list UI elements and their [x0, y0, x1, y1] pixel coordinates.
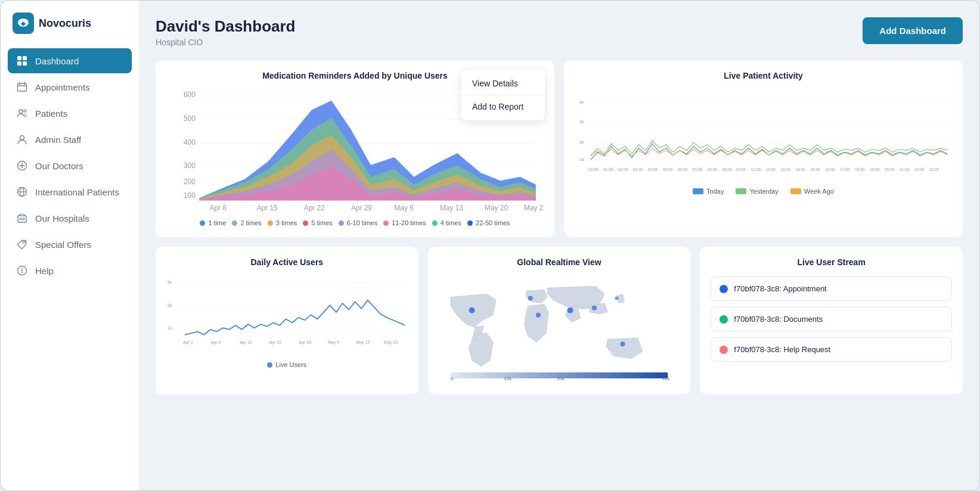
sidebar-item-international-patients[interactable]: International Patients: [8, 179, 132, 204]
svg-point-28: [21, 268, 23, 269]
stream-dot-appointment: [720, 285, 728, 293]
svg-text:03:00: 03:00: [633, 167, 643, 172]
svg-point-105: [615, 296, 618, 300]
stream-label-appointment: f70bf078-3c8: Appointment: [734, 284, 826, 293]
svg-point-100: [469, 307, 475, 313]
legend-week-ago: Week Ago: [790, 188, 834, 195]
svg-text:4k: 4k: [579, 100, 584, 105]
legend-dot-3times: [268, 220, 273, 226]
stream-list: f70bf078-3c8: Appointment f70bf078-3c8: …: [711, 276, 952, 362]
svg-rect-23: [20, 218, 21, 220]
sidebar-label-international-patients: International Patients: [35, 187, 119, 197]
add-dashboard-button[interactable]: Add Dashboard: [863, 17, 963, 44]
svg-text:02:00: 02:00: [618, 167, 628, 172]
svg-text:15:00: 15:00: [810, 167, 820, 172]
svg-text:Apr 1: Apr 1: [183, 340, 193, 345]
legend-1time: 1 time: [200, 219, 226, 226]
sidebar-item-help[interactable]: Help: [8, 258, 132, 283]
legend-11-20times: 11-20 times: [383, 219, 426, 226]
sidebar-item-our-doctors[interactable]: Our Doctors: [8, 153, 132, 178]
sidebar: Novocuris Dashboard: [1, 1, 139, 490]
svg-text:13:00: 13:00: [780, 167, 790, 172]
legend-yesterday: Yesterday: [736, 188, 779, 195]
svg-text:May 20: May 20: [384, 340, 398, 345]
main-header: David's Dashboard Hospital CIO Add Dashb…: [156, 17, 963, 47]
legend-dot-2times: [232, 220, 237, 226]
logo-text: Novocuris: [39, 17, 91, 30]
bottom-row: Daily Active Users 3k 2k 1k Apr 1 Apr 8 …: [156, 247, 963, 394]
legend-swatch-today: [693, 188, 703, 194]
sidebar-item-appointments[interactable]: Appointments: [8, 74, 132, 100]
svg-text:2k: 2k: [579, 139, 584, 145]
live-user-stream-card: Live User Stream f70bf078-3c8: Appointme…: [700, 247, 963, 394]
svg-text:0: 0: [451, 376, 454, 381]
legend-dot-11-20times: [383, 220, 389, 226]
live-patient-chart-svg: 4k 3k 2k 1k 00:00 01:00 02:00 03:00 04:0…: [575, 86, 952, 181]
live-patient-card: Live Patient Activity 4k 3k 2k 1k 00:00 …: [564, 60, 963, 237]
svg-text:23:00: 23:00: [929, 167, 939, 172]
svg-text:Apr 22: Apr 22: [269, 340, 281, 345]
sidebar-label-dashboard: Dashboard: [35, 56, 79, 66]
sidebar-label-help: Help: [35, 266, 54, 276]
legend-2times: 2 times: [232, 219, 261, 226]
legend-dot-live-users: [267, 362, 272, 368]
legend-6-10times: 6-10 times: [339, 219, 377, 226]
calendar-icon: [16, 81, 28, 93]
legend-dot-4times: [432, 220, 438, 226]
stream-item-appointment: f70bf078-3c8: Appointment: [711, 276, 952, 301]
sidebar-item-special-offers[interactable]: Special Offers: [8, 232, 132, 257]
stream-label-documents: f70bf078-3c8: Documents: [734, 315, 823, 324]
svg-text:17:00: 17:00: [840, 167, 850, 172]
svg-text:Apr 29: Apr 29: [299, 340, 312, 345]
legend-swatch-yesterday: [736, 188, 746, 194]
svg-text:3k: 3k: [579, 119, 584, 125]
sidebar-label-patients: Patients: [35, 108, 67, 119]
page-title: David's Dashboard: [156, 17, 295, 36]
sidebar-item-patients[interactable]: Patients: [8, 101, 132, 126]
dropdown-divider: [461, 95, 545, 95]
svg-text:200: 200: [184, 178, 196, 186]
svg-point-104: [592, 306, 597, 310]
live-stream-title: Live User Stream: [711, 257, 952, 267]
svg-text:2k: 2k: [168, 303, 172, 307]
legend-today: Today: [693, 188, 724, 195]
svg-text:18:00: 18:00: [855, 167, 865, 172]
sidebar-item-our-hospitals[interactable]: Our Hospitals: [8, 206, 132, 231]
svg-text:01:00: 01:00: [603, 167, 613, 172]
svg-rect-2: [21, 23, 26, 24]
logo-icon: [13, 13, 34, 34]
svg-rect-22: [18, 216, 26, 222]
sidebar-nav: Dashboard Appointments: [1, 48, 139, 283]
legend-3times: 3 times: [268, 219, 297, 226]
svg-rect-9: [18, 83, 27, 91]
svg-point-13: [19, 110, 23, 113]
daily-active-legend: Live Users: [166, 361, 408, 368]
legend-4times: 4 times: [432, 219, 461, 226]
view-details-item[interactable]: View Details: [461, 73, 545, 94]
svg-text:1k: 1k: [168, 326, 172, 330]
globe-icon: [16, 186, 28, 198]
sidebar-item-admin-staff[interactable]: Admin Staff: [8, 127, 132, 152]
legend-22-50times: 22-50 times: [467, 219, 510, 226]
svg-text:00:00: 00:00: [588, 167, 598, 172]
svg-text:20:00: 20:00: [885, 167, 895, 172]
global-realtime-title: Global Realtime View: [439, 257, 680, 267]
users-icon: [16, 107, 28, 119]
svg-point-103: [567, 307, 573, 313]
add-to-report-item[interactable]: Add to Report: [461, 97, 545, 117]
live-patient-title: Live Patient Activity: [575, 71, 952, 80]
svg-text:May 13: May 13: [356, 340, 370, 345]
svg-text:05:00: 05:00: [663, 167, 673, 172]
svg-text:1k: 1k: [579, 157, 584, 162]
svg-text:3k: 3k: [168, 280, 172, 284]
svg-text:Apr 29: Apr 29: [351, 204, 372, 212]
svg-text:Apr 8: Apr 8: [211, 340, 221, 345]
svg-text:22:00: 22:00: [914, 167, 925, 172]
svg-rect-24: [23, 218, 24, 220]
logo: Novocuris: [1, 13, 139, 48]
svg-text:Apr 15: Apr 15: [257, 204, 278, 212]
sidebar-item-dashboard[interactable]: Dashboard: [8, 48, 132, 73]
svg-point-101: [528, 296, 532, 300]
sidebar-label-special-offers: Special Offers: [35, 240, 91, 250]
svg-point-102: [536, 313, 541, 318]
